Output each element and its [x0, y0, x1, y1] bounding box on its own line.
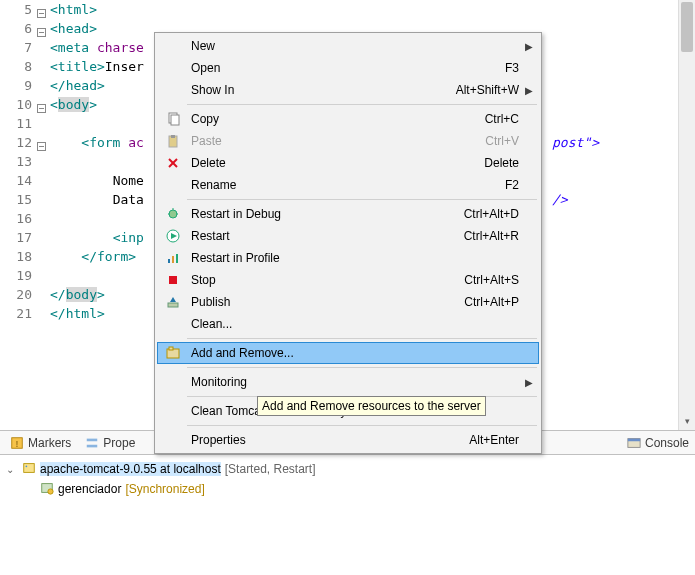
code-content[interactable]: <title>Inser	[36, 57, 144, 76]
server-name: apache-tomcat-9.0.55 at localhost	[40, 462, 221, 476]
svg-rect-31	[172, 256, 174, 263]
menu-label: Restart in Profile	[185, 251, 519, 265]
fold-icon[interactable]	[37, 99, 46, 108]
menu-separator	[187, 104, 537, 105]
line-number: 11	[0, 114, 36, 133]
code-content[interactable]: </body>	[36, 285, 105, 304]
line-number: 20	[0, 285, 36, 304]
module-icon	[40, 481, 54, 498]
console-icon	[627, 436, 641, 450]
menu-item-delete[interactable]: DeleteDelete	[157, 152, 539, 174]
code-content[interactable]: <meta charse	[36, 38, 144, 57]
menu-label: Rename	[185, 178, 505, 192]
menu-label: Monitoring	[185, 375, 519, 389]
scrollbar-thumb[interactable]	[681, 2, 693, 52]
menu-shortcut: Alt+Shift+W	[456, 83, 519, 97]
menu-item-restart-in-profile[interactable]: Restart in Profile	[157, 247, 539, 269]
menu-separator	[187, 338, 537, 339]
tab-console[interactable]: Console	[621, 434, 695, 452]
menu-item-stop[interactable]: StopCtrl+Alt+S	[157, 269, 539, 291]
menu-item-clean[interactable]: Clean...	[157, 313, 539, 335]
fold-icon[interactable]	[37, 23, 46, 32]
tab-label: Markers	[28, 436, 71, 450]
menu-item-monitoring[interactable]: Monitoring▶	[157, 371, 539, 393]
submenu-arrow-icon: ▶	[525, 85, 533, 96]
debug-icon	[161, 207, 185, 221]
properties-icon	[85, 436, 99, 450]
tab-label: Prope	[103, 436, 135, 450]
menu-item-open[interactable]: OpenF3	[157, 57, 539, 79]
menu-item-show-in[interactable]: Show InAlt+Shift+W▶	[157, 79, 539, 101]
line-number: 19	[0, 266, 36, 285]
code-content[interactable]	[36, 114, 50, 133]
server-icon	[22, 461, 36, 478]
menu-item-add-and-remove[interactable]: Add and Remove...	[157, 342, 539, 364]
tab-properties[interactable]: Prope	[79, 434, 141, 452]
code-content[interactable]: </form>	[36, 247, 136, 266]
menu-shortcut: F2	[505, 178, 519, 192]
code-content[interactable]: <form ac	[36, 133, 144, 152]
tab-markers[interactable]: ! Markers	[4, 434, 77, 452]
context-menu: New▶OpenF3Show InAlt+Shift+W▶CopyCtrl+CP…	[154, 32, 542, 454]
addremove-icon	[161, 346, 185, 360]
code-content[interactable]	[36, 152, 50, 171]
line-number: 7	[0, 38, 36, 57]
menu-separator	[187, 199, 537, 200]
publish-icon	[161, 295, 185, 309]
submenu-arrow-icon: ▶	[525, 41, 533, 52]
line-number: 15	[0, 190, 36, 209]
fold-icon[interactable]	[37, 4, 46, 13]
menu-label: Copy	[185, 112, 485, 126]
line-number: 18	[0, 247, 36, 266]
fold-icon[interactable]	[37, 137, 46, 146]
code-content[interactable]: Data	[36, 190, 144, 209]
menu-item-restart[interactable]: RestartCtrl+Alt+R	[157, 225, 539, 247]
menu-shortcut: Ctrl+Alt+S	[464, 273, 519, 287]
code-content[interactable]	[36, 266, 50, 285]
menu-label: Add and Remove...	[185, 346, 519, 360]
code-trail: post">	[552, 133, 599, 152]
menu-separator	[187, 367, 537, 368]
code-content[interactable]: </html>	[36, 304, 105, 323]
line-number: 17	[0, 228, 36, 247]
server-row[interactable]: ⌄ apache-tomcat-9.0.55 at localhost [Sta…	[6, 459, 689, 479]
menu-label: Clean...	[185, 317, 519, 331]
code-content[interactable]	[36, 209, 50, 228]
menu-item-restart-in-debug[interactable]: Restart in DebugCtrl+Alt+D	[157, 203, 539, 225]
line-number: 6	[0, 19, 36, 38]
menu-label: Open	[185, 61, 505, 75]
delete-icon	[161, 156, 185, 170]
code-content[interactable]: Nome	[36, 171, 144, 190]
menu-label: Paste	[185, 134, 485, 148]
menu-label: New	[185, 39, 519, 53]
line-number: 12	[0, 133, 36, 152]
tree-expander-icon[interactable]: ⌄	[6, 464, 18, 475]
vertical-scrollbar[interactable]: ▴ ▾	[678, 0, 695, 430]
menu-label: Stop	[185, 273, 464, 287]
markers-icon: !	[10, 436, 24, 450]
menu-label: Properties	[185, 433, 469, 447]
menu-item-publish[interactable]: PublishCtrl+Alt+P	[157, 291, 539, 313]
svg-rect-19	[171, 115, 179, 125]
svg-point-24	[169, 210, 177, 218]
svg-rect-34	[168, 303, 178, 307]
menu-item-paste: PasteCtrl+V	[157, 130, 539, 152]
svg-text:!: !	[16, 438, 18, 448]
code-content[interactable]: <inp	[36, 228, 144, 247]
svg-rect-21	[171, 135, 175, 138]
menu-shortcut: Delete	[484, 156, 519, 170]
module-row[interactable]: gerenciador [Synchronized]	[6, 479, 689, 499]
scroll-down-arrow[interactable]: ▾	[679, 413, 695, 430]
module-name: gerenciador	[58, 482, 121, 496]
code-content[interactable]: </head>	[36, 76, 105, 95]
copy-icon	[161, 112, 185, 126]
menu-item-new[interactable]: New▶	[157, 35, 539, 57]
menu-shortcut: Ctrl+Alt+R	[464, 229, 519, 243]
menu-item-properties[interactable]: PropertiesAlt+Enter	[157, 429, 539, 451]
menu-item-copy[interactable]: CopyCtrl+C	[157, 108, 539, 130]
svg-rect-30	[168, 259, 170, 263]
menu-label: Delete	[185, 156, 484, 170]
menu-shortcut: Ctrl+Alt+D	[464, 207, 519, 221]
tooltip: Add and Remove resources to the server	[257, 396, 486, 416]
menu-item-rename[interactable]: RenameF2	[157, 174, 539, 196]
